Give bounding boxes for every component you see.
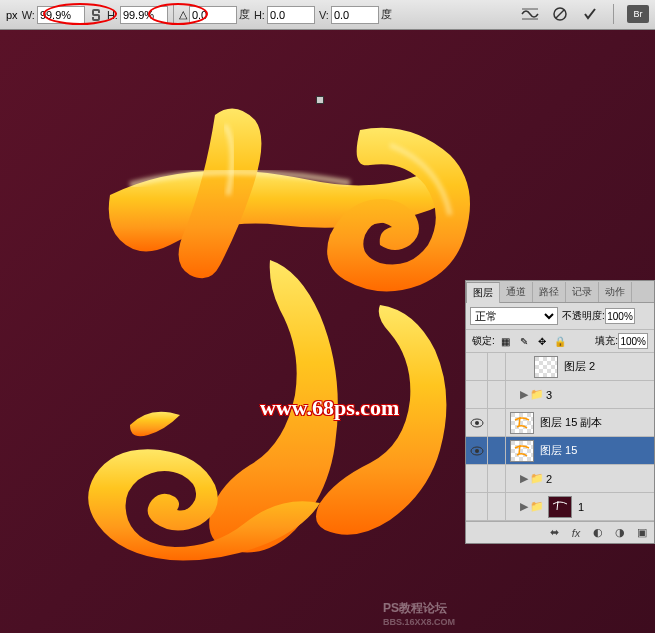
layer-name[interactable]: 图层 15 [538, 443, 654, 458]
folder-icon: 📁 [530, 472, 544, 485]
layer-name[interactable]: 2 [544, 473, 654, 485]
layers-panel-footer: ⬌ fx ◐ ◑ ▣ [466, 521, 654, 543]
lock-label: 锁定: [472, 334, 495, 348]
layer-row[interactable]: 图层 2 [466, 353, 654, 381]
layer-thumbnail[interactable] [510, 412, 534, 434]
x-unit-label: px [6, 9, 18, 21]
width-input[interactable] [37, 6, 85, 24]
folder-icon: 📁 [530, 388, 544, 401]
group-collapse-icon[interactable]: ▶ [520, 472, 528, 485]
fill-input[interactable] [618, 333, 648, 349]
opacity-label: 不透明度: [562, 309, 605, 323]
group-collapse-icon[interactable]: ▶ [520, 388, 528, 401]
layer-row-group[interactable]: ▶ 📁 2 [466, 465, 654, 493]
layer-row-group[interactable]: ▶ 📁 1 [466, 493, 654, 521]
layer-thumbnail[interactable] [548, 496, 572, 518]
visibility-toggle[interactable] [466, 381, 488, 409]
brush-preset-icon[interactable]: Br [627, 5, 649, 23]
skew-h-input[interactable] [267, 6, 315, 24]
layer-list: 图层 2 ▶ 📁 3 图层 15 副本 图层 15 ▶ 📁 [466, 353, 654, 521]
watermark-url: www.68ps.com [260, 395, 399, 421]
tab-history[interactable]: 记录 [566, 282, 599, 302]
visibility-toggle[interactable] [466, 493, 488, 521]
lock-col [488, 353, 506, 381]
lock-all-icon[interactable]: 🔒 [553, 334, 567, 348]
height-label: H: [107, 9, 118, 21]
layer-row-group[interactable]: ▶ 📁 3 [466, 381, 654, 409]
angle-unit: 度 [239, 7, 250, 22]
tab-channels[interactable]: 通道 [500, 282, 533, 302]
skew-v-field: V: 度 [319, 6, 392, 24]
visibility-toggle[interactable] [466, 465, 488, 493]
width-field: W: [22, 6, 85, 24]
new-group-icon[interactable]: ▣ [634, 525, 650, 541]
commit-icon[interactable] [580, 4, 600, 24]
lock-position-icon[interactable]: ✥ [535, 334, 549, 348]
lock-col [488, 409, 506, 437]
tab-layers[interactable]: 图层 [466, 282, 500, 303]
layer-row[interactable]: 图层 15 副本 [466, 409, 654, 437]
watermark-footer: PS教程论坛 BBS.16XX8.COM [383, 600, 455, 627]
link-layers-icon[interactable]: ⬌ [546, 525, 562, 541]
group-collapse-icon[interactable]: ▶ [520, 500, 528, 513]
layer-thumbnail[interactable] [510, 440, 534, 462]
tab-paths[interactable]: 路径 [533, 282, 566, 302]
lock-fill-row: 锁定: ▦ ✎ ✥ 🔒 填充: [466, 330, 654, 353]
skew-h-label: H: [254, 9, 265, 21]
adjustment-layer-icon[interactable]: ◑ [612, 525, 628, 541]
divider [613, 4, 614, 24]
skew-v-input[interactable] [331, 6, 379, 24]
visibility-toggle[interactable] [466, 353, 488, 381]
artwork-qixi-glyph [70, 85, 500, 565]
width-label: W: [22, 9, 35, 21]
cancel-icon[interactable] [550, 4, 570, 24]
lock-pixels-icon[interactable]: ✎ [517, 334, 531, 348]
height-input[interactable] [120, 6, 168, 24]
skew-v-unit: 度 [381, 7, 392, 22]
layer-name[interactable]: 1 [576, 501, 654, 513]
svg-point-3 [475, 421, 479, 425]
x-unit-field: px [6, 9, 18, 21]
layer-thumbnail[interactable] [534, 356, 558, 378]
opacity-input[interactable] [605, 308, 635, 324]
layer-name[interactable]: 图层 15 副本 [538, 415, 654, 430]
layer-mask-icon[interactable]: ◐ [590, 525, 606, 541]
transform-options-bar: px W: H: △ 度 H: V: 度 Br [0, 0, 655, 30]
angle-input[interactable] [189, 6, 237, 24]
lock-col [488, 381, 506, 409]
angle-field: △ 度 [179, 6, 250, 24]
skew-h-field: H: [254, 6, 315, 24]
lock-col [488, 465, 506, 493]
warp-icon[interactable] [520, 4, 540, 24]
layer-name[interactable]: 3 [544, 389, 654, 401]
toolbar-right: Br [520, 4, 649, 24]
skew-v-label: V: [319, 9, 329, 21]
fill-label: 填充: [595, 334, 618, 348]
layer-row-selected[interactable]: 图层 15 [466, 437, 654, 465]
watermark-footer-sub: BBS.16XX8.COM [383, 617, 455, 627]
lock-col [488, 493, 506, 521]
folder-icon: 📁 [530, 500, 544, 513]
blend-mode-select[interactable]: 正常 [470, 307, 558, 325]
layer-name[interactable]: 图层 2 [562, 359, 654, 374]
link-icon[interactable] [89, 7, 103, 23]
svg-point-5 [475, 449, 479, 453]
lock-transparency-icon[interactable]: ▦ [499, 334, 513, 348]
layer-effects-icon[interactable]: fx [568, 525, 584, 541]
watermark-footer-main: PS教程论坛 [383, 601, 447, 615]
tab-actions[interactable]: 动作 [599, 282, 632, 302]
layers-panel: 图层 通道 路径 记录 动作 正常 不透明度: 锁定: ▦ ✎ ✥ 🔒 填充: [465, 280, 655, 544]
panel-tabs: 图层 通道 路径 记录 动作 [466, 281, 654, 303]
blend-opacity-row: 正常 不透明度: [466, 303, 654, 330]
divider [173, 5, 174, 25]
lock-col [488, 437, 506, 465]
angle-icon: △ [179, 8, 187, 21]
svg-line-1 [556, 10, 564, 18]
visibility-toggle[interactable] [466, 409, 488, 437]
visibility-toggle[interactable] [466, 437, 488, 465]
height-field: H: [107, 6, 168, 24]
